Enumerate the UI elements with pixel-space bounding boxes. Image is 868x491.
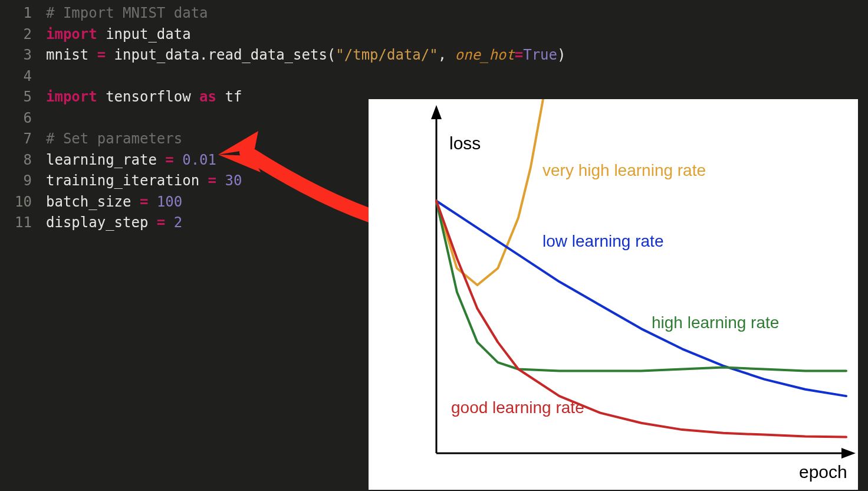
code-token: learning_rate [46,152,157,168]
series-high-learning-rate [436,201,846,371]
code-token [216,172,225,189]
code-token: display_step [46,214,148,231]
code-token: , [438,47,455,63]
code-line[interactable]: 4 [0,68,565,89]
series-label-good: good learning rate [451,398,584,417]
series-low-learning-rate [436,201,846,397]
code-token: ( [327,47,336,63]
series-label-high: high learning rate [652,313,779,332]
line-number: 3 [0,47,46,63]
code-token [216,89,225,105]
line-number: 2 [0,26,46,42]
code-line[interactable]: 2import input_data [0,26,565,47]
code-token [148,194,156,210]
code-token [148,214,156,231]
series-very-high-learning-rate [436,99,560,285]
code-token: mnist [46,47,88,63]
code-token: # Set parameters [46,130,182,147]
code-token [191,89,199,105]
code-token: "/tmp/data/" [336,47,438,63]
series-label-very_high: very high learning rate [542,161,706,179]
code-token: batch_size [46,194,131,210]
code-token: input_data [106,26,191,42]
code-content[interactable]: batch_size = 100 [46,194,182,210]
line-number: 6 [0,110,46,126]
code-token: = [165,152,173,168]
y-axis-arrow-icon [431,105,442,119]
code-token [97,89,106,105]
code-token: = [515,47,523,63]
code-token: 30 [225,172,242,189]
line-number: 4 [0,68,46,84]
line-number: 8 [0,152,46,168]
code-token: tensorflow [106,89,191,105]
code-content[interactable]: learning_rate = 0.01 [46,152,216,168]
x-axis-label: epoch [799,462,847,482]
line-number: 5 [0,89,46,105]
line-number: 11 [0,214,46,231]
code-line[interactable]: 1# Import MNIST data [0,5,565,26]
code-token [157,152,165,168]
code-token: = [140,194,148,210]
code-content[interactable]: display_step = 2 [46,214,182,231]
code-token: ) [557,47,565,63]
code-token: 0.01 [182,152,216,168]
code-content[interactable]: # Set parameters [46,130,182,147]
code-token: input_data.read_data_sets [114,47,327,63]
code-token: as [199,89,216,105]
code-token [165,214,173,231]
learning-rate-chart-panel: lossepochvery high learning ratelow lear… [369,99,858,490]
code-token: tf [225,89,242,105]
y-axis-label: loss [449,133,481,153]
learning-rate-chart: lossepochvery high learning ratelow lear… [369,99,858,490]
code-content[interactable]: import input_data [46,26,191,42]
code-content[interactable]: training_iteration = 30 [46,172,242,189]
code-line[interactable]: 3mnist = input_data.read_data_sets("/tmp… [0,47,565,68]
code-token [88,47,97,63]
series-label-low: low learning rate [542,232,663,250]
line-number: 9 [0,172,46,189]
code-token: = [97,47,106,63]
code-token: import [46,89,97,105]
code-content[interactable]: mnist = input_data.read_data_sets("/tmp/… [46,47,565,63]
code-token [174,152,182,168]
code-token: 2 [174,214,182,231]
code-token [131,194,140,210]
x-axis-arrow-icon [841,448,856,459]
code-token: 100 [157,194,182,210]
code-token: True [523,47,557,63]
code-token: = [208,172,216,189]
code-token: import [46,26,97,42]
line-number: 1 [0,5,46,21]
code-token: = [157,214,165,231]
code-token [97,26,106,42]
code-content[interactable]: import tensorflow as tf [46,89,242,105]
code-token: training_iteration [46,172,199,189]
code-token [199,172,208,189]
code-token: # Import MNIST data [46,5,208,21]
code-token: one_hot [455,47,515,63]
code-token [106,47,114,63]
line-number: 7 [0,130,46,147]
code-content[interactable]: # Import MNIST data [46,5,208,21]
line-number: 10 [0,194,46,210]
